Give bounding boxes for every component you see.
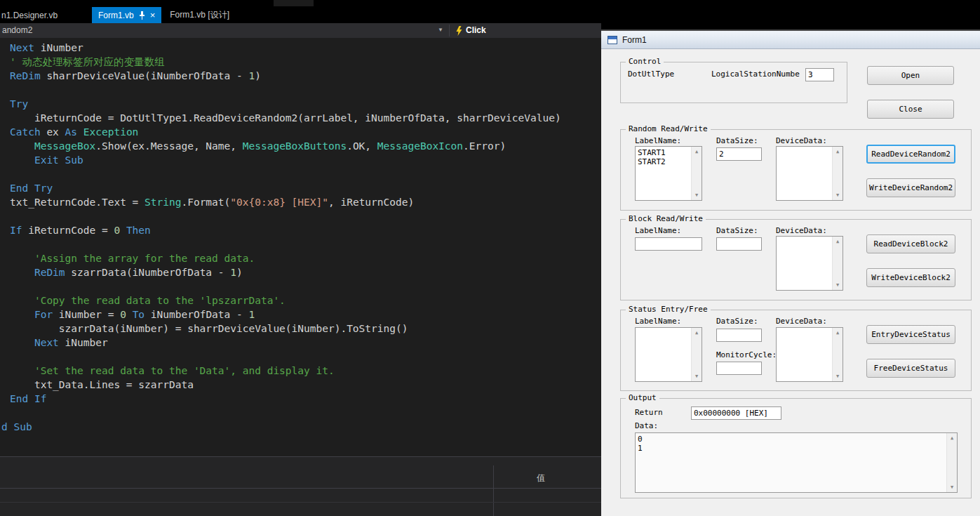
output-data-textarea[interactable]: 0 1 ▲ ▼ — [635, 432, 958, 493]
scroll-down-icon[interactable]: ▼ — [692, 192, 702, 198]
pin-icon[interactable] — [139, 11, 145, 20]
block-group-label: Block Read/Write — [626, 214, 706, 223]
random-devicedata-textarea[interactable]: ▲ ▼ — [776, 146, 843, 201]
block-labelname-label: LabelName: — [635, 226, 681, 235]
logical-station-label: LogicalStationNumbe — [711, 70, 800, 79]
scroll-up-icon[interactable]: ▲ — [947, 435, 957, 441]
watch-column-divider — [493, 465, 494, 516]
random-datasize-label: DataSize: — [716, 136, 758, 145]
scroll-up-icon[interactable]: ▲ — [833, 239, 843, 244]
block-datasize-input[interactable] — [716, 237, 762, 251]
random-labelname-textarea[interactable]: START1 START2 ▲ ▼ — [635, 146, 702, 201]
write-device-random2-button[interactable]: WriteDeviceRandom2 — [866, 178, 955, 197]
status-group-label: Status Entry/Free — [626, 305, 711, 314]
code-line — [10, 167, 601, 181]
random-labelname-label: LabelName: — [635, 136, 681, 145]
scroll-up-icon[interactable]: ▲ — [833, 149, 843, 154]
member-dropdown-label: andom2 — [2, 25, 32, 35]
data-label: Data: — [635, 421, 658, 430]
event-lightning-icon — [455, 26, 463, 36]
code-line: ' 动态处理标签所对应的变量数组 — [10, 55, 601, 69]
code-line — [10, 209, 601, 223]
close-button[interactable]: Close — [867, 100, 954, 119]
tab-label: Form1.vb — [98, 11, 134, 20]
scroll-down-icon[interactable]: ▼ — [947, 484, 957, 490]
block-devicedata-textarea[interactable]: ▲ ▼ — [776, 236, 843, 291]
scrollbar[interactable]: ▲ ▼ — [832, 328, 843, 381]
tab-form1-vb-design[interactable]: Form1.vb [设计] — [163, 7, 236, 23]
code-line: If iReturnCode = 0 Then — [10, 223, 601, 237]
read-device-block2-button[interactable]: ReadDeviceBlock2 — [866, 234, 955, 253]
tab-form1-designer-vb[interactable]: n1.Designer.vb — [0, 7, 90, 23]
status-labelname-textarea[interactable]: ▲ ▼ — [635, 327, 702, 382]
code-line — [10, 83, 601, 97]
write-device-block2-button[interactable]: WriteDeviceBlock2 — [866, 268, 955, 287]
code-line: ReDim szarrData(iNumberOfData - 1) — [10, 265, 601, 279]
form1-title-bar[interactable]: Form1 — [601, 29, 980, 49]
scrollbar[interactable]: ▲ ▼ — [691, 147, 702, 200]
event-dropdown[interactable]: Click — [450, 23, 601, 38]
return-label: Return — [635, 408, 663, 417]
code-line: For iNumber = 0 To iNumberOfData - 1 — [10, 307, 601, 322]
code-line: MessageBox.Show(ex.Message, Name, Messag… — [10, 139, 601, 153]
return-code-input[interactable] — [691, 406, 781, 420]
scroll-down-icon[interactable]: ▼ — [833, 282, 843, 288]
scroll-up-icon[interactable]: ▲ — [692, 149, 702, 154]
read-device-random2-button[interactable]: ReadDeviceRandom2 — [866, 145, 955, 164]
entry-device-status-button[interactable]: EntryDeviceStatus — [866, 325, 955, 344]
code-line: Next iNumber — [10, 41, 601, 55]
block-datasize-label: DataSize: — [716, 226, 758, 235]
watch-header-border — [0, 488, 601, 489]
scroll-up-icon[interactable]: ▲ — [692, 330, 702, 336]
editor-navigation-bar: andom2 ▼ Click — [0, 23, 601, 38]
watch-panel: 值 — [0, 456, 601, 516]
form-title: Form1 — [622, 35, 647, 45]
block-labelname-input[interactable] — [635, 237, 702, 251]
event-dropdown-label: Click — [466, 25, 486, 35]
code-line: d Sub — [1, 420, 601, 434]
titlebar-fragment — [274, 0, 314, 6]
form1-window: Form1 Control DotUtlType LogicalStationN… — [601, 29, 980, 516]
code-line: Catch ex As Exception — [10, 125, 601, 139]
open-button[interactable]: Open — [867, 66, 954, 85]
status-datasize-input[interactable] — [716, 329, 762, 342]
free-device-status-button[interactable]: FreeDeviceStatus — [866, 359, 955, 378]
status-devicedata-label: DeviceData: — [776, 317, 827, 326]
scrollbar[interactable]: ▲ ▼ — [832, 237, 843, 290]
block-devicedata-label: DeviceData: — [776, 226, 827, 235]
code-line: txt_ReturnCode.Text = String.Format("0x{… — [10, 195, 601, 209]
code-line: 'Copy the read data to the 'lpszarrData'… — [10, 293, 601, 307]
status-monitorcycle-input[interactable] — [716, 362, 762, 375]
scrollbar[interactable]: ▲ ▼ — [946, 433, 957, 492]
code-line: End If — [10, 392, 601, 406]
scroll-down-icon[interactable]: ▼ — [833, 192, 843, 198]
code-line — [10, 279, 601, 293]
random-datasize-input[interactable] — [716, 147, 762, 161]
tab-bar: n1.Designer.vb Form1.vb × Form1.vb [设计] — [0, 7, 238, 23]
member-dropdown[interactable]: andom2 ▼ — [0, 23, 449, 38]
code-line: szarrData(iNumber) = sharrDeviceValue(iN… — [10, 322, 601, 336]
watch-row-border — [0, 502, 601, 503]
scroll-down-icon[interactable]: ▼ — [833, 373, 843, 379]
scrollbar[interactable]: ▲ ▼ — [832, 147, 843, 200]
status-monitorcycle-label: MonitorCycle: — [716, 350, 777, 359]
code-line: 'Set the read data to the 'Data', and di… — [10, 364, 601, 378]
close-icon[interactable]: × — [150, 11, 156, 20]
tab-form1-vb[interactable]: Form1.vb × — [92, 7, 161, 23]
code-line: ReDim sharrDeviceValue(iNumberOfData - 1… — [10, 69, 601, 83]
scroll-down-icon[interactable]: ▼ — [692, 373, 702, 379]
logical-station-input[interactable] — [805, 68, 834, 81]
status-datasize-label: DataSize: — [716, 317, 758, 326]
random-group-label: Random Read/Write — [626, 124, 711, 133]
watch-value-column-header: 值 — [537, 472, 545, 484]
tab-label: Form1.vb [设计] — [170, 9, 229, 21]
random-devicedata-label: DeviceData: — [776, 136, 827, 145]
scroll-up-icon[interactable]: ▲ — [833, 330, 843, 336]
status-devicedata-textarea[interactable]: ▲ ▼ — [776, 327, 843, 382]
code-line — [10, 350, 601, 364]
scrollbar[interactable]: ▲ ▼ — [691, 328, 702, 381]
control-group-label: Control — [626, 57, 664, 66]
code-line: End Try — [10, 181, 601, 195]
code-area[interactable]: Next iNumber' 动态处理标签所对应的变量数组ReDim sharrD… — [0, 38, 601, 456]
code-line — [10, 237, 601, 251]
